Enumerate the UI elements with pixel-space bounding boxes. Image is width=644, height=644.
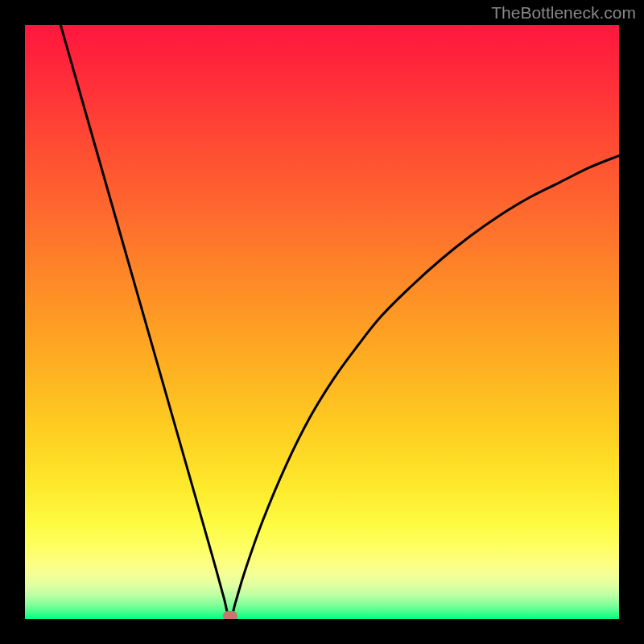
chart-frame: TheBottleneck.com (0, 0, 644, 644)
optimal-point-marker (223, 611, 237, 619)
gradient-background (25, 25, 619, 619)
watermark-text: TheBottleneck.com (491, 3, 636, 23)
plot-svg (25, 25, 619, 619)
plot-area (25, 25, 619, 619)
